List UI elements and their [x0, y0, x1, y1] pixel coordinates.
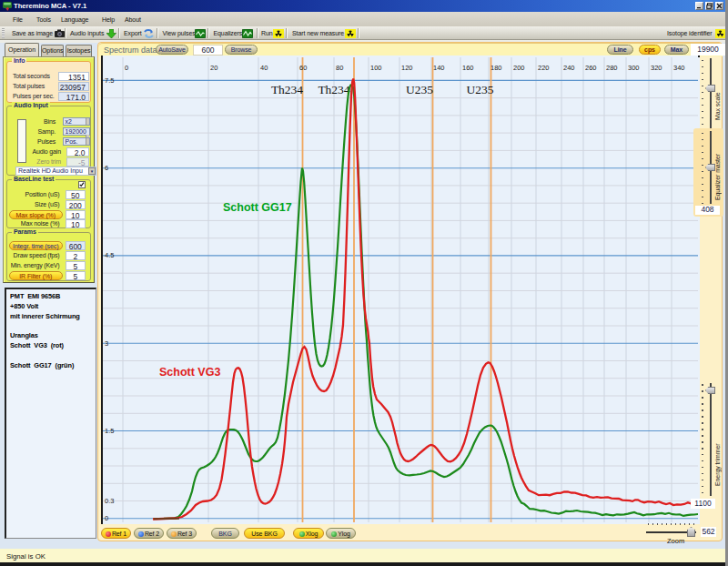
svg-text:Schott GG17: Schott GG17 [223, 201, 292, 214]
svg-text:Th234: Th234 [318, 83, 349, 96]
svg-text:0: 0 [105, 514, 108, 522]
svg-text:80: 80 [336, 64, 343, 72]
svg-text:100: 100 [370, 64, 382, 72]
svg-text:Th234: Th234 [271, 83, 303, 96]
svg-text:20: 20 [210, 64, 217, 72]
svg-text:200: 200 [513, 64, 525, 72]
svg-text:60: 60 [299, 64, 307, 72]
svg-text:0: 0 [125, 64, 128, 72]
svg-text:0.3: 0.3 [105, 497, 114, 505]
svg-text:280: 280 [606, 64, 618, 72]
svg-text:140: 140 [433, 64, 445, 72]
svg-text:40: 40 [260, 64, 268, 72]
svg-text:3: 3 [105, 339, 108, 348]
svg-text:240: 240 [563, 64, 575, 72]
svg-text:6: 6 [105, 164, 108, 172]
svg-text:1.5: 1.5 [105, 427, 114, 435]
svg-text:160: 160 [462, 64, 474, 72]
svg-text:Schott VG3: Schott VG3 [159, 366, 220, 379]
svg-text:320: 320 [651, 64, 662, 72]
svg-text:120: 120 [401, 64, 413, 72]
svg-text:180: 180 [490, 64, 502, 72]
svg-text:U235: U235 [467, 83, 494, 96]
svg-text:7.5: 7.5 [105, 76, 114, 85]
svg-text:U235: U235 [406, 83, 433, 96]
svg-text:340: 340 [673, 64, 685, 72]
svg-text:300: 300 [628, 64, 640, 72]
svg-text:4.5: 4.5 [105, 251, 114, 259]
svg-text:220: 220 [538, 64, 550, 72]
svg-text:260: 260 [585, 64, 597, 72]
